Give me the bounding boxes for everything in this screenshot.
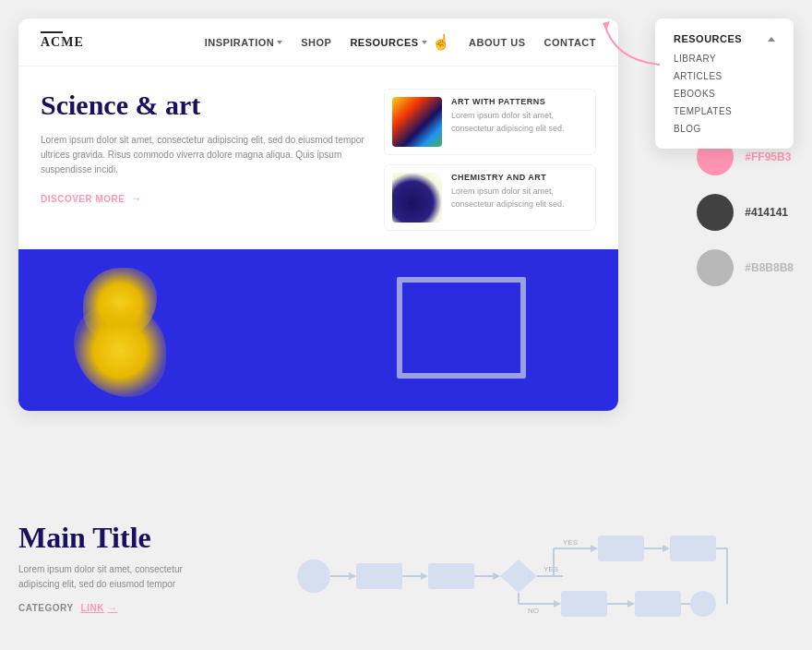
- swatch-dark: #414141: [697, 194, 794, 231]
- card-body: Lorem ipsum dolor sit amet, consectetur …: [451, 110, 588, 135]
- nav-item-shop[interactable]: SHOP: [301, 37, 331, 48]
- pink-arrow-annotation: [595, 14, 669, 69]
- link-text: LINK: [81, 603, 104, 613]
- svg-marker-0: [603, 21, 610, 30]
- category-label: CATEGORY: [18, 603, 74, 613]
- svg-marker-6: [663, 545, 670, 552]
- card-content: CHEMISTRY AND ART Lorem ipsum dolor sit …: [451, 173, 588, 211]
- art-patterns-image: [392, 97, 442, 147]
- dropdown-item-articles[interactable]: ARTICLES: [674, 71, 775, 81]
- page-wrapper: ACME INSPIRATION SHOP RESOURCES ☝ ABOUT …: [0, 0, 812, 650]
- card-title: CHEMISTRY AND ART: [451, 173, 588, 182]
- link-label[interactable]: LINK →: [81, 603, 118, 613]
- link-arrow-icon: →: [108, 603, 118, 613]
- swatch-label-dark: #414141: [745, 206, 788, 219]
- flowchart-rect1: [356, 563, 402, 589]
- card-chemistry-art: CHEMISTRY AND ART Lorem ipsum dolor sit …: [384, 164, 596, 231]
- swatch-circle-gray: [697, 249, 734, 286]
- swatch-label-gray: #B8B8B8: [745, 261, 794, 274]
- nav-shop-label: SHOP: [301, 37, 331, 48]
- arrow-head: [421, 572, 428, 580]
- smoke-cloud-decoration: [74, 268, 185, 397]
- hero-title: Science & art: [41, 89, 365, 122]
- frame-decoration: [397, 277, 526, 379]
- dropdown-title: RESOURCES: [674, 33, 742, 44]
- no-label: NO: [528, 607, 539, 615]
- flowchart-start-node: [297, 560, 330, 593]
- arrow-right-icon: →: [131, 192, 143, 205]
- flowchart-rect2: [428, 563, 474, 589]
- navigation: ACME INSPIRATION SHOP RESOURCES ☝ ABOUT …: [18, 18, 618, 66]
- nav-logo: ACME: [41, 35, 84, 50]
- svg-marker-11: [554, 600, 561, 608]
- dropdown-item-ebooks[interactable]: EBOOKS: [674, 89, 775, 99]
- nav-about-label: ABOUT US: [469, 37, 525, 48]
- swatch-gray: #B8B8B8: [697, 249, 794, 286]
- dropdown-header: RESOURCES: [674, 33, 775, 44]
- arrow-head: [493, 572, 500, 580]
- card-art-patterns: ART WITH PATTERNS Lorem ipsum dolor sit …: [384, 89, 596, 155]
- dropdown-item-blog[interactable]: BLOG: [674, 124, 775, 134]
- yes-label-top: YES: [563, 538, 578, 547]
- chevron-up-icon: [768, 37, 775, 42]
- nav-items: INSPIRATION SHOP RESOURCES ☝ ABOUT US CO…: [205, 33, 596, 51]
- cursor-icon: ☝: [432, 33, 451, 51]
- hero-left: Science & art Lorem ipsum dolor sit amet…: [41, 89, 365, 231]
- main-title-card: Main Title Lorem ipsum dolor sit amet, c…: [18, 521, 203, 613]
- hero-cards: ART WITH PATTERNS Lorem ipsum dolor sit …: [384, 89, 596, 231]
- card-body: Lorem ipsum dolor sit amet, consectetur …: [451, 186, 588, 211]
- website-card: ACME INSPIRATION SHOP RESOURCES ☝ ABOUT …: [18, 18, 618, 411]
- chevron-down-icon: [422, 41, 427, 44]
- discover-more-link[interactable]: DISCOVER MORE →: [41, 192, 365, 205]
- flowchart-svg: YES YES NO: [221, 521, 794, 632]
- swatch-circle-dark: [697, 194, 734, 231]
- dropdown-item-templates[interactable]: TEMPLATES: [674, 106, 775, 116]
- chevron-down-icon: [277, 41, 282, 44]
- nav-resources-label: RESOURCES: [350, 37, 418, 48]
- main-title-body: Lorem ipsum dolor sit amet, consectetur …: [18, 562, 203, 592]
- bottom-section: Main Title Lorem ipsum dolor sit amet, c…: [18, 521, 794, 632]
- hero-full-image: [18, 249, 618, 411]
- swatch-label-pink: #FF95B3: [745, 150, 791, 163]
- resources-dropdown: RESOURCES LIBRARY ARTICLES EBOOKS TEMPLA…: [655, 18, 794, 149]
- nav-item-about[interactable]: ABOUT US: [469, 37, 525, 48]
- main-title-heading: Main Title: [18, 521, 203, 555]
- dropdown-items: LIBRARY ARTICLES EBOOKS TEMPLATES BLOG: [674, 54, 775, 134]
- yes-label: YES: [543, 565, 558, 573]
- nav-item-inspiration[interactable]: INSPIRATION: [205, 37, 283, 48]
- flowchart-rect3: [598, 536, 644, 561]
- hero-body: Lorem ipsum dolor sit amet, consectetur …: [41, 133, 365, 177]
- flowchart-rect4: [670, 536, 716, 561]
- card-content: ART WITH PATTERNS Lorem ipsum dolor sit …: [451, 97, 588, 135]
- dropdown-item-library[interactable]: LIBRARY: [674, 54, 775, 64]
- flowchart-end-node: [690, 591, 716, 617]
- nav-item-resources[interactable]: RESOURCES ☝: [350, 33, 450, 51]
- flowchart-rect6: [635, 591, 681, 617]
- flowchart-rect5: [561, 591, 607, 617]
- nav-contact-label: CONTACT: [544, 37, 596, 48]
- nav-inspiration-label: INSPIRATION: [205, 37, 275, 48]
- arrow-head: [349, 572, 356, 580]
- chemistry-art-image: [392, 173, 442, 223]
- flowchart: YES YES NO: [221, 521, 794, 632]
- svg-marker-4: [591, 545, 598, 552]
- hero-section: Science & art Lorem ipsum dolor sit amet…: [18, 66, 618, 249]
- card-title: ART WITH PATTERNS: [451, 97, 588, 106]
- nav-item-contact[interactable]: CONTACT: [544, 37, 596, 48]
- hero-bg: [18, 249, 618, 411]
- discover-label: DISCOVER MORE: [41, 194, 125, 204]
- main-title-footer: CATEGORY LINK →: [18, 603, 203, 613]
- svg-marker-13: [627, 600, 635, 608]
- flowchart-diamond: [500, 560, 537, 593]
